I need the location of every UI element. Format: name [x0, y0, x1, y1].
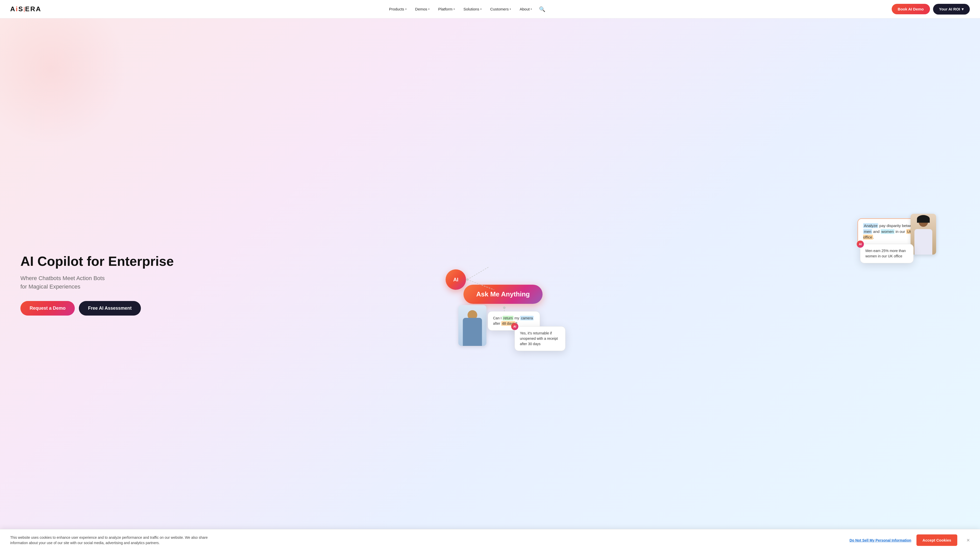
- chevron-down-icon: ▾: [428, 8, 430, 11]
- nav-ctas: Book AI Demo Your AI ROI ▾: [892, 4, 970, 14]
- response-text: Men earn 25% more than women in our UK o…: [865, 248, 908, 259]
- cookie-message: This website uses cookies to enhance use…: [10, 535, 209, 546]
- svg-point-4: [503, 306, 506, 309]
- chevron-down-icon: ▾: [405, 8, 407, 11]
- chevron-down-icon: ▾: [480, 8, 482, 11]
- hero-title: AI Copilot for Enterprise: [21, 254, 443, 269]
- ai-badge-bottom: AI: [511, 323, 518, 330]
- do-not-sell-button[interactable]: Do Not Sell My Personal Information: [850, 538, 912, 542]
- nav-item-solutions[interactable]: Solutions ▾: [460, 5, 485, 13]
- chevron-down-icon: ▾: [453, 8, 455, 11]
- person-image: [911, 214, 936, 254]
- nav-item-customers[interactable]: Customers ▾: [487, 5, 515, 13]
- logo[interactable]: AiSERA: [10, 5, 41, 13]
- cookie-actions: Do Not Sell My Personal Information Acce…: [850, 534, 970, 546]
- request-demo-button[interactable]: Request a Demo: [21, 301, 75, 316]
- your-roi-button[interactable]: Your AI ROI ▾: [933, 4, 970, 14]
- hero-content: AI Copilot for Enterprise Where Chatbots…: [21, 254, 443, 316]
- hero-subtitle: Where Chatbots Meet Action Bots for Magi…: [21, 274, 443, 291]
- bottom-person-image: [458, 305, 487, 346]
- navbar: AiSERA Products ▾ Demos ▾ Platform ▾ Sol…: [0, 0, 980, 18]
- chat-response-card: AI Men earn 25% more than women in our U…: [860, 244, 914, 263]
- ai-badge: AI: [857, 241, 864, 248]
- accept-cookies-button[interactable]: Accept Cookies: [916, 534, 958, 546]
- chat-bottom-response: AI Yes, it's returnable if unopened with…: [514, 326, 566, 351]
- nav-links: Products ▾ Demos ▾ Platform ▾ Solutions …: [385, 4, 547, 14]
- chevron-down-icon: ▾: [510, 8, 511, 11]
- svg-point-3: [466, 278, 469, 281]
- close-cookie-button[interactable]: ×: [966, 537, 970, 544]
- hero-illustration: Analyze pay disparity between men and wo…: [443, 213, 959, 356]
- logo-text: AiSERA: [10, 5, 41, 13]
- nav-item-products[interactable]: Products ▾: [385, 5, 410, 13]
- chevron-down-icon: ▾: [962, 7, 964, 11]
- nav-item-about[interactable]: About ▾: [516, 5, 535, 13]
- bottom-response-text: Yes, it's returnable if unopened with a …: [520, 330, 560, 347]
- book-demo-button[interactable]: Book AI Demo: [892, 4, 930, 14]
- cookie-banner: This website uses cookies to enhance use…: [0, 529, 980, 551]
- chevron-down-icon: ▾: [531, 8, 532, 11]
- ai-center-logo: AI: [445, 269, 466, 290]
- free-assessment-button[interactable]: Free AI Assessment: [79, 301, 141, 316]
- hero-ctas: Request a Demo Free AI Assessment: [21, 301, 443, 316]
- ask-me-anything[interactable]: Ask Me Anything: [463, 285, 542, 304]
- chat-query-card: Analyze pay disparity between men and wo…: [858, 218, 929, 245]
- search-icon[interactable]: 🔍: [537, 4, 547, 14]
- hero-section: AI Copilot for Enterprise Where Chatbots…: [0, 18, 980, 551]
- nav-item-platform[interactable]: Platform ▾: [434, 5, 458, 13]
- nav-item-demos[interactable]: Demos ▾: [412, 5, 433, 13]
- svg-line-1: [467, 267, 489, 279]
